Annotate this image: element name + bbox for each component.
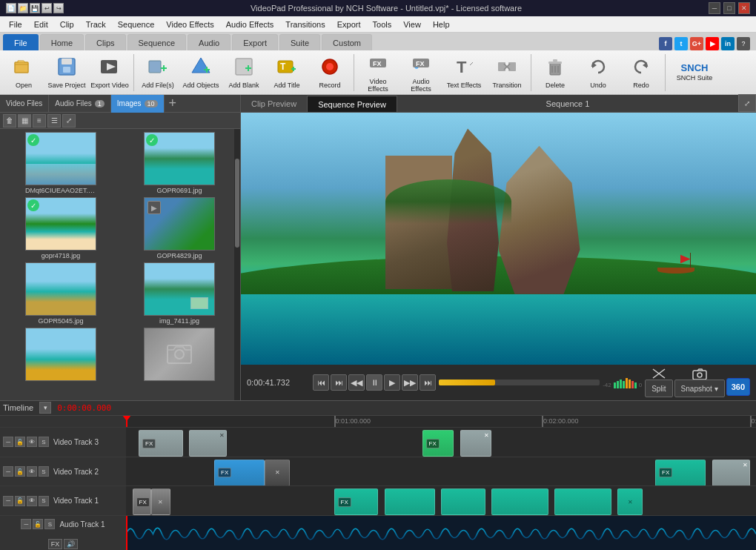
thumb-grid-btn[interactable]: ▦: [18, 114, 31, 127]
export-video-button[interactable]: Export Video: [89, 53, 130, 93]
split-button[interactable]: Split: [645, 380, 672, 397]
sequence-preview-tab[interactable]: Sequence Preview: [307, 96, 397, 112]
clip-block[interactable]: ✕: [712, 460, 750, 486]
list-item[interactable]: ▶ GOPR4829.jpg: [122, 197, 237, 259]
nch-suite-button[interactable]: SNCH SNCH Suite: [669, 53, 720, 93]
clip-block[interactable]: FX: [422, 430, 454, 457]
clip-block[interactable]: ✕: [460, 430, 492, 457]
track-mute-btn3[interactable]: ─: [3, 496, 13, 506]
clip-block[interactable]: [491, 488, 548, 515]
tab-sequence[interactable]: Sequence: [127, 34, 187, 50]
minimize-button[interactable]: ─: [709, 2, 720, 14]
list-item[interactable]: [3, 328, 119, 382]
audio-solo-btn[interactable]: S: [44, 519, 55, 529]
menu-sequence[interactable]: Sequence: [112, 16, 161, 33]
menu-help[interactable]: Help: [427, 16, 456, 33]
clip-preview-tab[interactable]: Clip Preview: [241, 96, 307, 112]
tab-export[interactable]: Export: [232, 34, 278, 50]
thumb-delete-btn[interactable]: 🗑: [3, 114, 16, 127]
tab-video-files[interactable]: Video Files: [0, 95, 49, 113]
thumb-detail-btn[interactable]: ☰: [47, 114, 61, 127]
tab-file[interactable]: File: [3, 34, 39, 50]
menu-edit[interactable]: Edit: [28, 16, 54, 33]
social-facebook[interactable]: f: [659, 37, 672, 50]
audio-fx-badge[interactable]: FX: [48, 539, 63, 549]
skip-end-button[interactable]: ⏭: [420, 374, 436, 391]
record-button[interactable]: Record: [309, 53, 351, 93]
thumb-list-btn[interactable]: ≡: [33, 114, 46, 127]
clip-block[interactable]: FX: [139, 430, 183, 457]
audio-mute-btn[interactable]: ─: [21, 519, 31, 529]
scroll-bar[interactable]: [234, 129, 240, 400]
clip-block[interactable]: ✕: [265, 460, 290, 486]
clip-block[interactable]: ✕: [151, 488, 170, 515]
list-item[interactable]: GOPR5045.jpg: [3, 262, 119, 325]
clip-block[interactable]: ✕: [617, 488, 643, 515]
text-effects-button[interactable]: T Text Effects: [443, 53, 485, 93]
timeline-dropdown[interactable]: ▾: [39, 402, 51, 414]
menu-transitions[interactable]: Transitions: [279, 16, 331, 33]
clip-block[interactable]: ✕: [189, 430, 227, 457]
save-project-button[interactable]: Save Project: [46, 53, 87, 93]
track-hide-btn3[interactable]: 👁: [27, 496, 37, 506]
add-title-button[interactable]: T Add Title: [266, 53, 308, 93]
track-mute-btn[interactable]: ─: [3, 437, 13, 447]
open-button[interactable]: Open: [3, 53, 44, 93]
rewind-button[interactable]: ◀◀: [348, 374, 365, 391]
expand-button[interactable]: ⤢: [738, 94, 756, 112]
clip-block[interactable]: [554, 488, 611, 515]
list-item[interactable]: ✓ DMqt6CIUEAAO2ET.jpg: [3, 132, 119, 194]
list-item[interactable]: img_7411.jpg: [122, 262, 237, 325]
toolbar-icon-5[interactable]: ↪: [53, 3, 64, 13]
menu-tools[interactable]: Tools: [367, 16, 398, 33]
track-lock-btn2[interactable]: 🔓: [15, 466, 25, 477]
tab-clips[interactable]: Clips: [85, 34, 125, 50]
clip-block[interactable]: [441, 488, 485, 515]
next-frame-button[interactable]: ▶▶: [402, 374, 418, 391]
menu-track[interactable]: Track: [80, 16, 112, 33]
track-hide-btn[interactable]: 👁: [27, 437, 37, 447]
add-files-button[interactable]: Add File(s): [137, 53, 179, 93]
menu-view[interactable]: View: [397, 16, 427, 33]
tab-images[interactable]: Images 10: [111, 95, 165, 113]
undo-button[interactable]: Undo: [577, 53, 619, 93]
prev-frame-button[interactable]: ⏭̵: [331, 374, 347, 391]
video-effects-button[interactable]: FX Video Effects: [357, 53, 399, 93]
delete-button[interactable]: Delete: [534, 53, 576, 93]
track-mute-btn2[interactable]: ─: [3, 466, 13, 477]
clip-block[interactable]: FX: [334, 488, 379, 515]
clip-block[interactable]: FX: [655, 460, 706, 486]
skip-start-button[interactable]: ⏮: [313, 374, 329, 391]
tab-suite[interactable]: Suite: [279, 34, 320, 50]
social-google[interactable]: G+: [690, 37, 703, 50]
redo-button[interactable]: Redo: [620, 53, 662, 93]
help-button-icon[interactable]: ?: [737, 37, 750, 50]
btn-360[interactable]: 360: [726, 378, 750, 396]
maximize-button[interactable]: □: [723, 2, 735, 14]
social-linkedin[interactable]: in: [721, 37, 735, 50]
menu-video-effects[interactable]: Video Effects: [160, 16, 219, 33]
track-solo-btn[interactable]: S: [39, 437, 49, 447]
menu-audio-effects[interactable]: Audio Effects: [220, 16, 280, 33]
menu-clip[interactable]: Clip: [54, 16, 80, 33]
thumb-expand-btn[interactable]: ⤢: [62, 114, 76, 127]
track-solo-btn3[interactable]: S: [39, 496, 49, 506]
track-lock-btn[interactable]: 🔓: [15, 437, 25, 447]
audio-effects-button[interactable]: FX Audio Effects: [400, 53, 442, 93]
tab-audio-files[interactable]: Audio Files 1: [49, 95, 110, 113]
progress-bar[interactable]: [439, 380, 600, 385]
add-blank-button[interactable]: Add Blank: [223, 53, 265, 93]
clip-block[interactable]: FX: [133, 488, 152, 515]
menu-export[interactable]: Export: [331, 16, 367, 33]
clip-block[interactable]: FX: [214, 460, 265, 486]
toolbar-icon-3[interactable]: 💾: [30, 3, 40, 13]
clip-block[interactable]: [385, 488, 435, 515]
track-hide-btn2[interactable]: 👁: [27, 466, 37, 477]
list-item[interactable]: ✓ gopr4718.jpg: [3, 197, 119, 259]
audio-lock-btn[interactable]: 🔓: [33, 519, 43, 529]
add-media-button[interactable]: +: [165, 96, 182, 111]
toolbar-icon-1[interactable]: 📄: [6, 3, 16, 13]
pause-button[interactable]: ⏸: [366, 374, 382, 391]
transition-button[interactable]: Transition: [486, 53, 528, 93]
toolbar-icon-2[interactable]: 📁: [18, 3, 28, 13]
